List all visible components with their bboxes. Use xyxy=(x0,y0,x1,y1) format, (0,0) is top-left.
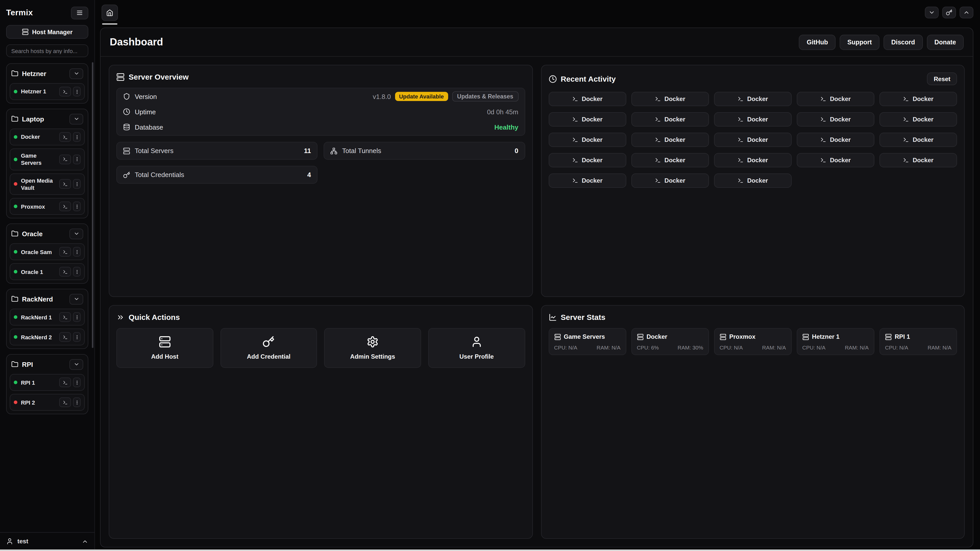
host-terminal-button[interactable] xyxy=(59,87,71,97)
host-terminal-button[interactable] xyxy=(59,132,71,142)
host-menu-button[interactable] xyxy=(73,87,81,97)
host-item-hetzner-1[interactable]: Hetzner 1 xyxy=(10,83,85,100)
discord-button[interactable]: Discord xyxy=(883,35,923,50)
host-terminal-button[interactable] xyxy=(59,179,71,189)
host-search-input[interactable] xyxy=(6,44,88,57)
activity-item-button[interactable]: Docker xyxy=(631,112,709,127)
host-item-docker[interactable]: Docker xyxy=(10,129,85,145)
group-collapse-button[interactable] xyxy=(69,228,83,239)
activity-item-button[interactable]: Docker xyxy=(714,133,791,147)
host-terminal-button[interactable] xyxy=(59,247,71,257)
host-menu-button[interactable] xyxy=(73,397,81,407)
activity-item-button[interactable]: Docker xyxy=(549,92,626,106)
activity-item-button[interactable]: Docker xyxy=(549,133,626,147)
activity-item-button[interactable]: Docker xyxy=(631,153,709,167)
quick-actions-header: Quick Actions xyxy=(116,313,525,321)
admin-settings-button[interactable]: Admin Settings xyxy=(325,328,421,368)
activity-item-button[interactable]: Docker xyxy=(714,92,791,106)
sidebar-menu-button[interactable] xyxy=(71,6,88,19)
host-terminal-button[interactable] xyxy=(59,267,71,276)
group-collapse-button[interactable] xyxy=(69,294,83,304)
server-stat-header: Game Servers xyxy=(554,333,620,340)
support-button[interactable]: Support xyxy=(840,35,880,50)
tabs-scroll-down-button[interactable] xyxy=(925,6,939,18)
sidebar-scrollbar[interactable] xyxy=(92,62,94,348)
server-stat-metrics: CPU: N/ARAM: N/A xyxy=(885,345,951,351)
add-credential-button[interactable]: Add Credential xyxy=(220,328,317,368)
host-item-rpi-2[interactable]: RPI 2 xyxy=(10,394,85,411)
user-menu-button[interactable]: test xyxy=(6,538,88,545)
activity-item-label: Docker xyxy=(913,116,933,123)
activity-item-button[interactable]: Docker xyxy=(714,173,791,188)
activity-item-label: Docker xyxy=(665,136,685,143)
host-menu-button[interactable] xyxy=(73,202,81,211)
activity-item-button[interactable]: Docker xyxy=(797,133,874,147)
host-terminal-button[interactable] xyxy=(59,397,71,407)
host-item-rpi-1[interactable]: RPI 1 xyxy=(10,374,85,391)
status-dot-online xyxy=(14,90,18,94)
server-overview-title: Server Overview xyxy=(129,73,189,81)
host-menu-button[interactable] xyxy=(73,378,81,387)
host-item-racknerd-2[interactable]: RackNerd 2 xyxy=(10,329,85,345)
activity-item-button[interactable]: Docker xyxy=(549,173,626,188)
activity-item-button[interactable]: Docker xyxy=(880,92,957,106)
status-dot-online xyxy=(14,270,18,273)
activity-item-button[interactable]: Docker xyxy=(880,112,957,127)
activity-item-button[interactable]: Docker xyxy=(797,153,874,167)
server-stat-header: Proxmox xyxy=(719,333,786,340)
updates-releases-button[interactable]: Updates & Releases xyxy=(452,91,518,102)
chart-icon xyxy=(549,313,557,321)
activity-item-button[interactable]: Docker xyxy=(631,92,709,106)
host-terminal-button[interactable] xyxy=(59,312,71,322)
donate-button[interactable]: Donate xyxy=(927,35,964,50)
server-icon xyxy=(637,333,643,340)
host-terminal-button[interactable] xyxy=(59,155,71,164)
server-stat-name: RPI 1 xyxy=(895,333,910,340)
host-menu-button[interactable] xyxy=(73,312,81,322)
host-menu-button[interactable] xyxy=(73,267,81,276)
activity-item-button[interactable]: Docker xyxy=(880,153,957,167)
activity-item-button[interactable]: Docker xyxy=(549,153,626,167)
activity-item-label: Docker xyxy=(582,116,602,123)
activity-item-button[interactable]: Docker xyxy=(797,112,874,127)
activity-item-label: Docker xyxy=(747,136,768,143)
activity-item-button[interactable]: Docker xyxy=(631,173,709,188)
reset-button[interactable]: Reset xyxy=(927,73,957,85)
activity-item-button[interactable]: Docker xyxy=(631,133,709,147)
activity-item-button[interactable]: Docker xyxy=(880,133,957,147)
group-collapse-button[interactable] xyxy=(69,359,83,370)
host-item-open-media-vault[interactable]: Open Media Vault xyxy=(10,173,85,195)
host-menu-button[interactable] xyxy=(73,155,81,164)
activity-item-button[interactable]: Docker xyxy=(714,112,791,127)
group-collapse-button[interactable] xyxy=(69,114,83,124)
host-terminal-button[interactable] xyxy=(59,202,71,211)
host-item-oracle-sam[interactable]: Oracle Sam xyxy=(10,243,85,260)
add-host-button[interactable]: Add Host xyxy=(116,328,213,368)
host-item-game-servers[interactable]: Game Servers xyxy=(10,148,85,170)
group-collapse-button[interactable] xyxy=(69,68,83,79)
host-actions xyxy=(59,132,81,142)
terminal-icon xyxy=(655,157,661,163)
host-menu-button[interactable] xyxy=(73,179,81,189)
host-item-racknerd-1[interactable]: RackNerd 1 xyxy=(10,309,85,326)
user-profile-button[interactable]: User Profile xyxy=(428,328,525,368)
host-menu-button[interactable] xyxy=(73,247,81,257)
sidebar-footer: test xyxy=(0,532,94,551)
host-terminal-button[interactable] xyxy=(59,332,71,342)
host-menu-button[interactable] xyxy=(73,132,81,142)
activity-item-button[interactable]: Docker xyxy=(549,112,626,127)
ssh-keys-button[interactable] xyxy=(942,6,956,18)
tab-home[interactable] xyxy=(102,4,118,21)
github-button[interactable]: GitHub xyxy=(799,35,835,50)
activity-item-button[interactable]: Docker xyxy=(797,92,874,106)
host-terminal-button[interactable] xyxy=(59,378,71,387)
key-icon xyxy=(262,336,275,348)
tabs-scroll-up-button[interactable] xyxy=(959,6,974,18)
folder-icon xyxy=(11,70,18,77)
host-manager-button[interactable]: Host Manager xyxy=(6,25,88,39)
host-item-proxmox[interactable]: Proxmox xyxy=(10,198,85,215)
activity-item-button[interactable]: Docker xyxy=(714,153,791,167)
host-menu-button[interactable] xyxy=(73,332,81,342)
ram-value: RAM: N/A xyxy=(762,345,786,351)
host-item-oracle-1[interactable]: Oracle 1 xyxy=(10,263,85,280)
